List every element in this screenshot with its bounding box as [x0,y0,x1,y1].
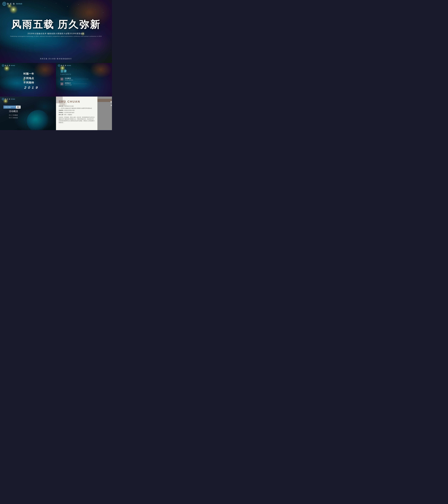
time-content: 时隔一年 不同地点 不同期待 ２０１９ [23,72,39,90]
sc-right: 活动概况 【张活活动】 [97,97,112,130]
activity-logo-bar: D C G 数传集团 [2,98,15,100]
hero-bottom-text: 风雨五载 历久弥新 数传集团砥砺前行 [0,58,112,60]
grid-row-1: D C G 数传集团 时隔一年 不同地点 不同期待 ２０１９ D C G 数传集… [0,63,112,97]
contents-en-1: Activity overview [65,79,73,81]
activity-menu-item-1: 01-1. 活动概述 [9,114,18,116]
time-year: ２０１９ [23,86,39,90]
sc-info-theme2: ——2018年出版融合技术·编辑创新大赛颁奖大会暨2019年展望会议 [59,107,95,109]
contents-en-2: Layout design [65,84,72,86]
contents-title-en: CONTENTS [60,73,88,75]
activity-logo-globe-icon [2,98,4,100]
sc-desc: 活动目的：时间如梭，喜迎2019载，在此之际，数传集团借此年会举办出版融合技术·… [59,116,95,124]
slide-hero: D C G 数传集团 风雨五载 历久弥新 2018年出版融合技术·编辑创新大赛颁… [0,0,112,63]
slide-time: D C G 数传集团 时隔一年 不同地点 不同期待 ２０１９ [0,63,56,97]
hero-logo-cn: 数传集团 [16,3,22,5]
contents-item-1: 1 活动概况 Activity overview [60,77,88,81]
activity-badge-blue: Activity background andActivity profiles [3,106,16,109]
contents-cn-2: 布置设计 [65,82,72,84]
activity-section-title: 活动概况 [9,110,18,113]
time-logo-globe-icon [2,64,4,67]
contents-logo-bar: D C G 数传集团 [58,64,71,67]
contents-num-1: 1 [60,78,63,81]
activity-badge-row: Activity background andActivity profiles… [3,106,21,109]
svg-point-16 [3,99,3,99]
sc-info-place: 活动地点：北京世纪金源大饭店 [59,111,95,114]
contents-title-cn: 目录 [60,69,88,73]
contents-logo-cn: 数传集团 [67,65,71,66]
contents-logo-globe-icon [58,64,60,67]
activity-menu: 01-1. 活动概述 01-2. 活动信息 [9,114,18,119]
activity-logo-cn: 数传集团 [11,98,15,100]
svg-point-12 [59,65,59,66]
sc-right-tab-inactive: 【张活活动】 [97,102,112,106]
time-line3: 不同期待 [23,80,39,85]
contents-item-text-2: 布置设计 Layout design [65,82,72,86]
time-logo-text: D C G [5,65,10,66]
sc-info-time: 活动时间：2019年3月29日-30日 [59,109,95,111]
grid-row-2: D C G 数传集团 Activity background andActivi… [0,97,112,130]
hero-main-title: 风雨五载 历久弥新 [0,18,112,31]
sc-info-people: 参与人群：领导、特邀嘉宾 [59,114,95,116]
slide-contents: D C G 数传集团 目录 CONTENTS 1 活动概况 Activity o… [56,63,112,97]
activity-logo-text: D C G [5,98,10,100]
svg-point-8 [3,65,3,66]
contents-inner: 目录 CONTENTS 1 活动概况 Activity overview 2 布… [60,69,88,87]
contents-cn-1: 活动概况 [65,77,73,79]
activity-menu-item-2: 01-2. 活动信息 [9,116,18,119]
sc-right-tab-active: 活动概况 [97,99,112,102]
slide-shu-chuan: SHU CHUAN 活动主题：风雨五载 历久弥新 ——2018年出版融合技术·编… [56,97,112,130]
time-logo-cn: 数传集团 [11,65,15,66]
time-logo-bar: D C G 数传集团 [2,64,15,67]
contents-num-2: 2 [60,82,63,85]
logo-globe-icon [2,2,6,6]
sc-brand: SHU CHUAN [59,100,95,103]
activity-badge-num: 01 [16,106,21,109]
contents-item-2: 2 布置设计 Layout design [60,82,88,86]
svg-point-4 [4,3,5,4]
hero-sub-cn: 2018年出版融合技术·编辑创新大赛颁奖大会暨2019年展望会议 [0,33,112,35]
time-line1: 时隔一年 [23,72,39,76]
contents-logo-text: D C G [61,65,66,66]
hero-logo-bar: D C G 数传集团 [2,2,22,6]
slide-activity-bg: D C G 数传集团 Activity background andActivi… [0,97,56,130]
sc-left: SHU CHUAN 活动主题：风雨五载 历久弥新 ——2018年出版融合技术·编… [56,97,97,130]
contents-item-text-1: 活动概况 Activity overview [65,77,73,81]
time-line2: 不同地点 [23,76,39,80]
hero-logo-text: D C G [7,3,15,5]
contents-line-1 [75,79,88,79]
hero-sub-en: Publishing convergence technology in 201… [0,36,112,37]
